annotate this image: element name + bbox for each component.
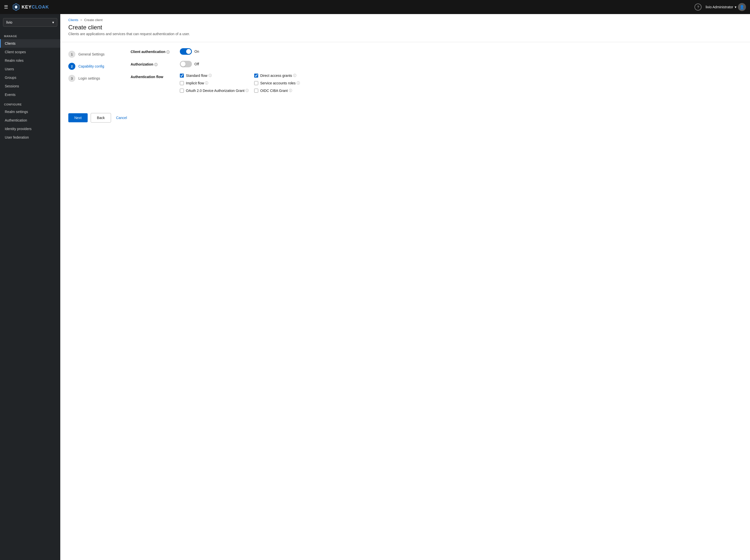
steps-panel: 1 General Settings 2 Capability config 3… — [68, 48, 119, 107]
sidebar-item-users[interactable]: Users — [0, 65, 60, 73]
page-subtitle: Clients are applications and services th… — [60, 32, 750, 42]
oauth2-device-label: OAuth 2.0 Device Authorization Grant ⓘ — [186, 88, 249, 93]
authorization-help-icon[interactable]: ⓘ — [154, 62, 157, 67]
step-2-label: Capability config — [78, 64, 104, 68]
oidc-ciba-help-icon[interactable]: ⓘ — [289, 88, 292, 93]
capability-form: Client authentication ⓘ On — [131, 48, 742, 107]
user-avatar: 👤 — [738, 3, 746, 11]
authorization-toggle[interactable] — [180, 61, 192, 67]
client-auth-on-label: On — [194, 49, 199, 54]
authorization-thumb — [181, 61, 185, 66]
oidc-ciba-label: OIDC CIBA Grant ⓘ — [260, 88, 292, 93]
page-title: Create client — [60, 22, 750, 32]
sidebar-item-client-scopes[interactable]: Client scopes — [0, 48, 60, 56]
service-accounts-roles-checkbox[interactable] — [254, 81, 258, 85]
oidc-ciba-row: OIDC CIBA Grant ⓘ — [254, 88, 324, 93]
realm-selector: livio ▾ — [0, 14, 60, 31]
standard-flow-checkbox[interactable] — [180, 74, 184, 78]
auth-flow-row: Authentication flow Standard flow ⓘ — [131, 73, 742, 93]
direct-access-grants-row: Direct access grants ⓘ — [254, 73, 324, 78]
oauth2-device-row: OAuth 2.0 Device Authorization Grant ⓘ — [180, 88, 250, 93]
user-menu[interactable]: livio Administrator ▾ 👤 — [706, 3, 746, 11]
sidebar-item-clients[interactable]: Clients — [0, 39, 60, 48]
sidebar-item-sessions[interactable]: Sessions — [0, 82, 60, 91]
configure-section-label: Configure — [0, 99, 60, 107]
user-chevron-icon: ▾ — [735, 5, 736, 9]
realm-name: livio — [6, 20, 12, 24]
breadcrumb-separator: > — [80, 18, 82, 22]
service-accounts-roles-label: Service accounts roles ⓘ — [260, 81, 300, 85]
help-button[interactable]: ? — [694, 3, 702, 11]
step-1-label: General Settings — [78, 52, 104, 56]
sidebar-item-events-label: Events — [5, 93, 16, 97]
back-button[interactable]: Back — [91, 113, 111, 123]
auth-flow-label: Authentication flow — [131, 73, 176, 79]
sidebar-item-realm-roles[interactable]: Realm roles — [0, 56, 60, 65]
user-label: livio Administrator — [706, 5, 733, 9]
keycloak-logo-icon — [12, 3, 20, 11]
client-auth-track — [180, 48, 192, 55]
direct-access-grants-label: Direct access grants ⓘ — [260, 73, 296, 78]
authorization-track — [180, 61, 192, 67]
sidebar-item-identity-providers[interactable]: Identity providers — [0, 124, 60, 133]
direct-access-grants-checkbox[interactable] — [254, 74, 258, 78]
sidebar-item-authentication[interactable]: Authentication — [0, 116, 60, 124]
sidebar-item-user-federation[interactable]: User federation — [0, 133, 60, 142]
step-2: 2 Capability config — [68, 60, 119, 72]
standard-flow-row: Standard flow ⓘ — [180, 73, 250, 78]
step-3: 3 Login settings — [68, 72, 119, 84]
sidebar-item-sessions-label: Sessions — [5, 84, 19, 88]
implicit-flow-help-icon[interactable]: ⓘ — [205, 81, 208, 85]
avatar-icon: 👤 — [739, 5, 745, 9]
implicit-flow-checkbox[interactable] — [180, 81, 184, 85]
sidebar-item-groups-label: Groups — [5, 76, 16, 80]
oauth2-device-checkbox[interactable] — [180, 89, 184, 93]
oauth2-device-help-icon[interactable]: ⓘ — [245, 88, 249, 93]
client-auth-help-icon[interactable]: ⓘ — [166, 50, 170, 55]
logo-text: KEYCLOAK — [22, 4, 49, 10]
cancel-button[interactable]: Cancel — [114, 113, 129, 122]
client-auth-row: Client authentication ⓘ On — [131, 48, 742, 55]
step-3-label: Login settings — [78, 76, 100, 80]
sidebar-item-realm-settings[interactable]: Realm settings — [0, 107, 60, 116]
direct-access-grants-help-icon[interactable]: ⓘ — [293, 73, 296, 78]
breadcrumb-clients-link[interactable]: Clients — [68, 18, 78, 22]
next-button[interactable]: Next — [68, 113, 88, 122]
sidebar: livio ▾ Manage Clients Client scopes Rea… — [0, 14, 60, 560]
client-auth-thumb — [186, 49, 191, 54]
authorization-row: Authorization ⓘ Off — [131, 61, 742, 67]
sidebar-item-realm-settings-label: Realm settings — [5, 110, 28, 114]
sidebar-item-user-federation-label: User federation — [5, 135, 29, 139]
standard-flow-label: Standard flow ⓘ — [186, 73, 212, 78]
client-auth-label: Client authentication ⓘ — [131, 48, 176, 55]
authorization-control: Off — [180, 61, 199, 67]
oidc-ciba-checkbox[interactable] — [254, 89, 258, 93]
step-1: 1 General Settings — [68, 48, 119, 60]
navbar-right: ? livio Administrator ▾ 👤 — [694, 3, 746, 11]
realm-chevron-icon: ▾ — [52, 20, 54, 24]
navbar: ☰ KEYCLOAK ? livio Administrator ▾ 👤 — [0, 0, 750, 14]
service-accounts-roles-help-icon[interactable]: ⓘ — [297, 81, 300, 85]
main-content: Clients > Create client Create client Cl… — [60, 14, 750, 560]
service-accounts-roles-row: Service accounts roles ⓘ — [254, 81, 324, 85]
sidebar-item-groups[interactable]: Groups — [0, 73, 60, 82]
action-buttons: Next Back Cancel — [60, 107, 750, 131]
standard-flow-help-icon[interactable]: ⓘ — [209, 73, 212, 78]
step-2-number: 2 — [68, 63, 75, 70]
layout: livio ▾ Manage Clients Client scopes Rea… — [0, 14, 750, 560]
auth-flow-grid: Standard flow ⓘ Direct access grants ⓘ — [180, 73, 324, 93]
implicit-flow-row: Implicit flow ⓘ — [180, 81, 250, 85]
hamburger-menu[interactable]: ☰ — [4, 4, 8, 10]
step-1-number: 1 — [68, 51, 75, 58]
sidebar-item-events[interactable]: Events — [0, 91, 60, 99]
sidebar-item-authentication-label: Authentication — [5, 118, 27, 122]
breadcrumb: Clients > Create client — [60, 14, 750, 22]
realm-dropdown[interactable]: livio ▾ — [3, 18, 57, 27]
logo: KEYCLOAK — [12, 3, 49, 11]
step-3-number: 3 — [68, 75, 75, 82]
client-auth-control: On — [180, 48, 199, 55]
client-auth-toggle[interactable] — [180, 48, 192, 55]
sidebar-item-identity-providers-label: Identity providers — [5, 127, 32, 131]
breadcrumb-current: Create client — [84, 18, 102, 22]
authorization-off-label: Off — [194, 62, 199, 66]
